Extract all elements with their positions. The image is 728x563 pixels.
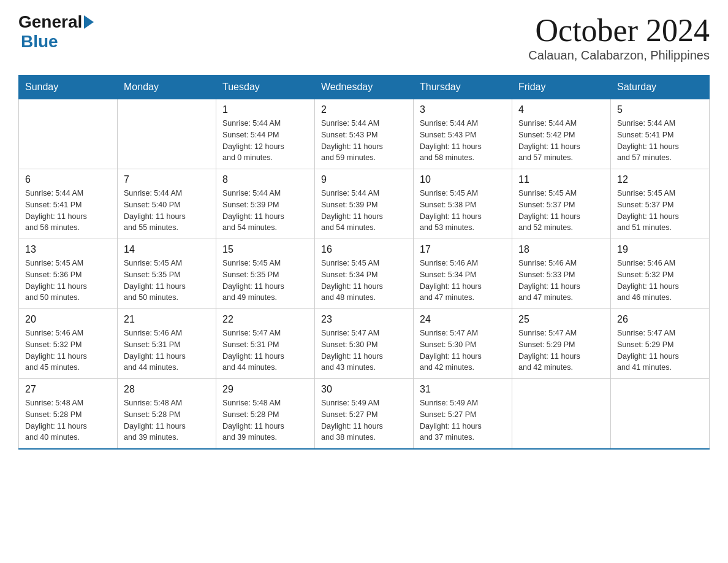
logo-arrow-icon xyxy=(84,15,94,29)
day-info: Sunrise: 5:44 AM Sunset: 5:44 PM Dayligh… xyxy=(222,118,308,164)
month-title: October 2024 xyxy=(528,12,710,48)
calendar-cell: 29Sunrise: 5:48 AM Sunset: 5:28 PM Dayli… xyxy=(216,379,315,450)
day-info: Sunrise: 5:45 AM Sunset: 5:34 PM Dayligh… xyxy=(321,258,407,304)
location-subtitle: Calauan, Calabarzon, Philippines xyxy=(528,48,710,63)
day-info: Sunrise: 5:45 AM Sunset: 5:38 PM Dayligh… xyxy=(420,188,506,234)
day-number: 27 xyxy=(25,384,111,395)
calendar-cell: 22Sunrise: 5:47 AM Sunset: 5:31 PM Dayli… xyxy=(216,309,315,379)
day-number: 21 xyxy=(124,314,210,325)
day-info: Sunrise: 5:45 AM Sunset: 5:37 PM Dayligh… xyxy=(518,188,604,234)
calendar-cell: 20Sunrise: 5:46 AM Sunset: 5:32 PM Dayli… xyxy=(19,309,118,379)
day-number: 23 xyxy=(321,314,407,325)
day-header-monday: Monday xyxy=(118,75,216,99)
logo-blue: Blue xyxy=(21,32,58,52)
calendar-cell xyxy=(611,379,710,450)
calendar-week-row: 13Sunrise: 5:45 AM Sunset: 5:36 PM Dayli… xyxy=(19,239,710,309)
calendar-cell xyxy=(512,379,611,450)
calendar-cell: 5Sunrise: 5:44 AM Sunset: 5:41 PM Daylig… xyxy=(611,99,710,169)
calendar-cell: 30Sunrise: 5:49 AM Sunset: 5:27 PM Dayli… xyxy=(315,379,414,450)
calendar-cell xyxy=(118,99,216,169)
calendar-cell: 19Sunrise: 5:46 AM Sunset: 5:32 PM Dayli… xyxy=(611,239,710,309)
day-header-friday: Friday xyxy=(512,75,611,99)
day-number: 12 xyxy=(617,174,703,185)
day-info: Sunrise: 5:44 AM Sunset: 5:43 PM Dayligh… xyxy=(420,118,506,164)
calendar-cell: 23Sunrise: 5:47 AM Sunset: 5:30 PM Dayli… xyxy=(315,309,414,379)
logo: General Blue xyxy=(18,12,94,52)
calendar-cell: 24Sunrise: 5:47 AM Sunset: 5:30 PM Dayli… xyxy=(414,309,512,379)
page-header: General Blue October 2024 Calauan, Calab… xyxy=(18,12,710,63)
calendar-cell xyxy=(19,99,118,169)
day-number: 19 xyxy=(617,244,703,255)
calendar-week-row: 27Sunrise: 5:48 AM Sunset: 5:28 PM Dayli… xyxy=(19,379,710,450)
day-number: 22 xyxy=(222,314,308,325)
calendar-cell: 7Sunrise: 5:44 AM Sunset: 5:40 PM Daylig… xyxy=(118,169,216,239)
day-info: Sunrise: 5:44 AM Sunset: 5:39 PM Dayligh… xyxy=(222,188,308,234)
day-number: 10 xyxy=(420,174,506,185)
calendar-cell: 6Sunrise: 5:44 AM Sunset: 5:41 PM Daylig… xyxy=(19,169,118,239)
calendar-cell: 13Sunrise: 5:45 AM Sunset: 5:36 PM Dayli… xyxy=(19,239,118,309)
day-info: Sunrise: 5:46 AM Sunset: 5:32 PM Dayligh… xyxy=(25,327,111,373)
day-info: Sunrise: 5:46 AM Sunset: 5:31 PM Dayligh… xyxy=(124,327,210,373)
day-number: 8 xyxy=(222,174,308,185)
calendar-cell: 18Sunrise: 5:46 AM Sunset: 5:33 PM Dayli… xyxy=(512,239,611,309)
day-info: Sunrise: 5:45 AM Sunset: 5:36 PM Dayligh… xyxy=(25,258,111,304)
day-number: 5 xyxy=(617,104,703,115)
day-number: 4 xyxy=(518,104,604,115)
day-number: 29 xyxy=(222,384,308,395)
day-number: 18 xyxy=(518,244,604,255)
day-number: 16 xyxy=(321,244,407,255)
day-number: 3 xyxy=(420,104,506,115)
calendar-cell: 8Sunrise: 5:44 AM Sunset: 5:39 PM Daylig… xyxy=(216,169,315,239)
day-info: Sunrise: 5:45 AM Sunset: 5:35 PM Dayligh… xyxy=(222,258,308,304)
day-info: Sunrise: 5:44 AM Sunset: 5:43 PM Dayligh… xyxy=(321,118,407,164)
calendar-cell: 21Sunrise: 5:46 AM Sunset: 5:31 PM Dayli… xyxy=(118,309,216,379)
calendar-week-row: 6Sunrise: 5:44 AM Sunset: 5:41 PM Daylig… xyxy=(19,169,710,239)
day-info: Sunrise: 5:46 AM Sunset: 5:34 PM Dayligh… xyxy=(420,258,506,304)
day-number: 14 xyxy=(124,244,210,255)
calendar-cell: 26Sunrise: 5:47 AM Sunset: 5:29 PM Dayli… xyxy=(611,309,710,379)
day-number: 25 xyxy=(518,314,604,325)
day-info: Sunrise: 5:45 AM Sunset: 5:37 PM Dayligh… xyxy=(617,188,703,234)
day-number: 26 xyxy=(617,314,703,325)
day-number: 31 xyxy=(420,384,506,395)
day-info: Sunrise: 5:47 AM Sunset: 5:31 PM Dayligh… xyxy=(222,327,308,373)
day-info: Sunrise: 5:44 AM Sunset: 5:39 PM Dayligh… xyxy=(321,188,407,234)
day-number: 2 xyxy=(321,104,407,115)
day-number: 15 xyxy=(222,244,308,255)
title-block: October 2024 Calauan, Calabarzon, Philip… xyxy=(528,12,710,63)
day-info: Sunrise: 5:48 AM Sunset: 5:28 PM Dayligh… xyxy=(25,397,111,443)
day-header-saturday: Saturday xyxy=(611,75,710,99)
day-number: 20 xyxy=(25,314,111,325)
day-info: Sunrise: 5:47 AM Sunset: 5:29 PM Dayligh… xyxy=(617,327,703,373)
calendar-week-row: 1Sunrise: 5:44 AM Sunset: 5:44 PM Daylig… xyxy=(19,99,710,169)
day-info: Sunrise: 5:45 AM Sunset: 5:35 PM Dayligh… xyxy=(124,258,210,304)
day-info: Sunrise: 5:44 AM Sunset: 5:42 PM Dayligh… xyxy=(518,118,604,164)
day-number: 17 xyxy=(420,244,506,255)
day-number: 28 xyxy=(124,384,210,395)
calendar-cell: 3Sunrise: 5:44 AM Sunset: 5:43 PM Daylig… xyxy=(414,99,512,169)
calendar-cell: 16Sunrise: 5:45 AM Sunset: 5:34 PM Dayli… xyxy=(315,239,414,309)
calendar-cell: 31Sunrise: 5:49 AM Sunset: 5:27 PM Dayli… xyxy=(414,379,512,450)
calendar-cell: 4Sunrise: 5:44 AM Sunset: 5:42 PM Daylig… xyxy=(512,99,611,169)
day-info: Sunrise: 5:44 AM Sunset: 5:41 PM Dayligh… xyxy=(617,118,703,164)
day-number: 24 xyxy=(420,314,506,325)
day-info: Sunrise: 5:48 AM Sunset: 5:28 PM Dayligh… xyxy=(222,397,308,443)
day-info: Sunrise: 5:46 AM Sunset: 5:33 PM Dayligh… xyxy=(518,258,604,304)
calendar-cell: 14Sunrise: 5:45 AM Sunset: 5:35 PM Dayli… xyxy=(118,239,216,309)
day-info: Sunrise: 5:48 AM Sunset: 5:28 PM Dayligh… xyxy=(124,397,210,443)
day-header-thursday: Thursday xyxy=(414,75,512,99)
day-number: 11 xyxy=(518,174,604,185)
day-number: 6 xyxy=(25,174,111,185)
calendar-week-row: 20Sunrise: 5:46 AM Sunset: 5:32 PM Dayli… xyxy=(19,309,710,379)
day-number: 9 xyxy=(321,174,407,185)
day-number: 7 xyxy=(124,174,210,185)
calendar-cell: 25Sunrise: 5:47 AM Sunset: 5:29 PM Dayli… xyxy=(512,309,611,379)
day-info: Sunrise: 5:49 AM Sunset: 5:27 PM Dayligh… xyxy=(420,397,506,443)
calendar-cell: 28Sunrise: 5:48 AM Sunset: 5:28 PM Dayli… xyxy=(118,379,216,450)
day-header-sunday: Sunday xyxy=(19,75,118,99)
day-info: Sunrise: 5:47 AM Sunset: 5:29 PM Dayligh… xyxy=(518,327,604,373)
calendar-cell: 10Sunrise: 5:45 AM Sunset: 5:38 PM Dayli… xyxy=(414,169,512,239)
calendar-cell: 17Sunrise: 5:46 AM Sunset: 5:34 PM Dayli… xyxy=(414,239,512,309)
day-number: 30 xyxy=(321,384,407,395)
calendar-table: SundayMondayTuesdayWednesdayThursdayFrid… xyxy=(18,75,710,450)
